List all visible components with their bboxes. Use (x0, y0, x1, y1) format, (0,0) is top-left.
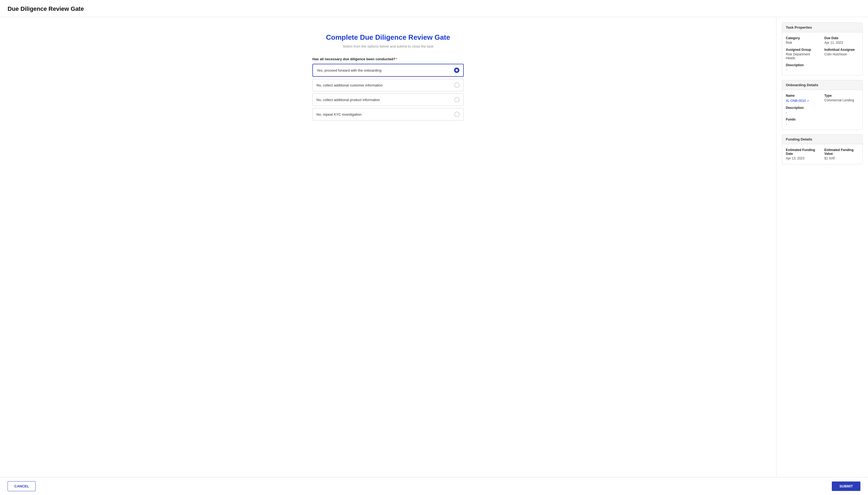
cancel-button[interactable]: CANCEL (7, 481, 36, 491)
est-funding-date-value: Apr 13, 2023 (786, 156, 820, 160)
page-header: Due Diligence Review Gate (0, 0, 868, 17)
radio-option-2[interactable]: No, collect additional customer informat… (312, 79, 464, 91)
onboarding-name-field: Name IIL-ONB-0010 ↗ (786, 94, 820, 103)
onboarding-details-header: Onboarding Details (782, 80, 862, 90)
radio-option-4-label: No, repeat KYC investigation (317, 113, 454, 117)
onboarding-details-body: Name IIL-ONB-0010 ↗ Type Commercial Lend… (782, 90, 862, 130)
onboarding-description-label: Description (786, 106, 858, 110)
page-title: Due Diligence Review Gate (7, 5, 861, 13)
category-label: Category (786, 36, 820, 40)
onboarding-funds-value: - (786, 122, 858, 126)
onboarding-details-grid: Name IIL-ONB-0010 ↗ Type Commercial Lend… (786, 94, 858, 126)
radio-circle-2 (454, 82, 460, 88)
footer-bar: CANCEL SUBMIT (0, 477, 868, 495)
est-funding-date-label: Estimated Funding Date (786, 148, 820, 156)
content-area: Complete Due Diligence Review Gate Selec… (0, 17, 776, 477)
form-section: Complete Due Diligence Review Gate Selec… (312, 33, 464, 123)
est-funding-value-label: Estimated Funding Value (824, 148, 859, 156)
radio-circle-4 (454, 112, 460, 117)
description-value: - (786, 68, 858, 72)
onboarding-funds-field: Funds - (786, 118, 858, 126)
radio-option-1-label: Yes, proceed forward with the onboarding (317, 68, 454, 72)
radio-option-4[interactable]: No, repeat KYC investigation (312, 108, 464, 120)
category-value: Risk (786, 41, 820, 45)
onboarding-funds-label: Funds (786, 118, 858, 121)
est-funding-date-field: Estimated Funding Date Apr 13, 2023 (786, 148, 820, 160)
description-label: Description (786, 63, 858, 67)
individual-assignee-field: Individual Assignee Colin Hutchison (824, 48, 859, 60)
description-field: Description - (786, 63, 858, 72)
form-subtitle: Select from the options below and submit… (312, 44, 464, 48)
radio-circle-1 (454, 68, 459, 73)
est-funding-value-field: Estimated Funding Value $1 XAF (824, 148, 859, 160)
radio-option-2-label: No, collect additional customer informat… (317, 83, 454, 87)
radio-option-3-label: No, collect additional product informati… (317, 98, 454, 102)
onboarding-name-label: Name (786, 94, 820, 98)
est-funding-value-value: $1 XAF (824, 156, 859, 160)
assigned-group-field: Assigned Group Risk Department Heads (786, 48, 820, 60)
assigned-group-value: Risk Department Heads (786, 52, 820, 60)
radio-option-1[interactable]: Yes, proceed forward with the onboarding (312, 64, 464, 77)
assigned-group-label: Assigned Group (786, 48, 820, 52)
onboarding-description-field: Description - (786, 106, 858, 114)
due-date-label: Due Date (824, 36, 859, 40)
onboarding-type-label: Type (824, 94, 859, 98)
funding-details-body: Estimated Funding Date Apr 13, 2023 Esti… (782, 144, 862, 164)
individual-assignee-label: Individual Assignee (824, 48, 859, 52)
due-date-value: Apr 11, 2023 (824, 41, 859, 45)
onboarding-type-field: Type Commercial Lending (824, 94, 859, 103)
onboarding-name-link[interactable]: IIL-ONB-0010 ↗ (786, 99, 809, 103)
question-label: Has all necessary due diligence been con… (312, 57, 464, 61)
task-properties-card: Task Properties Category Risk Due Date A… (782, 22, 863, 76)
onboarding-description-value: - (786, 110, 858, 114)
radio-option-3[interactable]: No, collect additional product informati… (312, 93, 464, 106)
radio-circle-3 (454, 97, 460, 102)
funding-details-grid: Estimated Funding Date Apr 13, 2023 Esti… (786, 148, 858, 160)
due-date-field: Due Date Apr 11, 2023 (824, 36, 859, 45)
form-title: Complete Due Diligence Review Gate (312, 33, 464, 41)
funding-details-header: Funding Details (782, 135, 862, 144)
external-link-icon: ↗ (807, 99, 809, 102)
required-star: * (396, 57, 397, 61)
individual-assignee-value: Colin Hutchison (824, 52, 859, 56)
onboarding-type-value: Commercial Lending (824, 98, 859, 102)
funding-details-card: Funding Details Estimated Funding Date A… (782, 134, 863, 164)
task-properties-header: Task Properties (782, 23, 862, 32)
main-layout: Complete Due Diligence Review Gate Selec… (0, 17, 868, 477)
category-field: Category Risk (786, 36, 820, 45)
submit-button[interactable]: SUBMIT (832, 481, 861, 491)
task-properties-grid: Category Risk Due Date Apr 11, 2023 Assi… (786, 36, 858, 72)
onboarding-details-card: Onboarding Details Name IIL-ONB-0010 ↗ T… (782, 80, 863, 130)
task-properties-body: Category Risk Due Date Apr 11, 2023 Assi… (782, 32, 862, 75)
sidebar: Task Properties Category Risk Due Date A… (776, 17, 868, 477)
